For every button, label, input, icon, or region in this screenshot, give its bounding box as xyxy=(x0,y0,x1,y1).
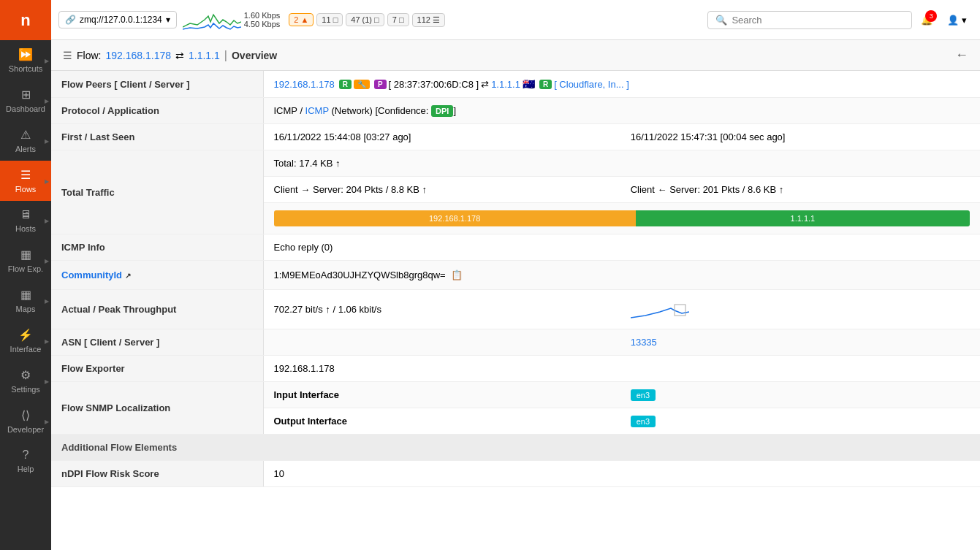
flow-exporter-value: 192.168.1.178 xyxy=(263,356,980,382)
hosts-count-badge[interactable]: 11 □ xyxy=(316,13,343,26)
protocol-row: Protocol / Application ICMP / ICMP (Netw… xyxy=(51,98,980,124)
help-icon: ? xyxy=(23,448,29,462)
traffic-down: 4.50 Kbps xyxy=(244,20,281,28)
chevron-icon: ▶ xyxy=(45,257,49,264)
cloudflare-link[interactable]: [ Cloudflare, In... ] xyxy=(554,79,629,90)
peer-cell: 192.168.1.178 R 🔧 P [ 28:37:37:00:6D:C8 … xyxy=(274,78,970,90)
separator: | xyxy=(224,49,227,62)
user-menu-button[interactable]: 👤 ▾ xyxy=(941,12,973,28)
total-traffic-label: Total Traffic xyxy=(51,150,263,234)
devices-badge[interactable]: 7 □ xyxy=(387,13,409,26)
flow-peers-label: Flow Peers [ Client / Server ] xyxy=(51,71,263,98)
svg-rect-0 xyxy=(675,305,685,316)
client-to-server: Client → Server: 204 Pkts / 8.8 KB ↑ xyxy=(263,177,620,203)
sidebar-logo: n xyxy=(0,0,51,40)
first-last-label: First / Last Seen xyxy=(51,124,263,150)
traffic-bar: 192.168.1.178 1.1.1.1 xyxy=(274,210,970,226)
topbar: 🔗 zmq://127.0.0.1:1234 ▾ 1.60 Kbps 4.50 … xyxy=(51,0,980,40)
sidebar-item-flows[interactable]: ☰ Flows ▶ xyxy=(0,161,51,201)
sidebar: n ⏩ Shortcuts ▶ ⊞ Dashboard ▶ ⚠ Alerts ▶… xyxy=(0,0,51,550)
external-link-icon: ↗ xyxy=(125,272,131,280)
sidebar-item-help[interactable]: ? Help xyxy=(0,441,51,481)
badge-p: P xyxy=(374,80,387,89)
p-badge[interactable]: 🔧 xyxy=(354,80,370,89)
flow-table: Flow Peers [ Client / Server ] 192.168.1… xyxy=(51,71,980,487)
sidebar-item-flowexp[interactable]: ▦ Flow Exp. ▶ xyxy=(0,240,51,280)
chevron-icon: ▶ xyxy=(45,378,49,384)
chevron-icon: ▶ xyxy=(45,97,49,104)
copy-button[interactable]: 📋 xyxy=(448,268,466,282)
flows-count-badge[interactable]: 47 (1) □ xyxy=(346,13,384,26)
sidebar-item-alerts[interactable]: ⚠ Alerts ▶ xyxy=(0,121,51,161)
output-interface-badge[interactable]: en3 xyxy=(631,416,656,427)
src-ip-link[interactable]: 192.168.1.178 xyxy=(105,50,171,61)
search-box[interactable]: 🔍 xyxy=(707,11,912,29)
total-traffic-row: Total Traffic Total: 17.4 KB ↑ xyxy=(51,150,980,177)
community-value: 1:M9EMEoAd30UJHZYQWSlb8grg8qw= 📋 xyxy=(263,261,980,290)
connection-button[interactable]: 🔗 zmq://127.0.0.1:1234 ▾ xyxy=(58,11,177,28)
additional-elements-label: Additional Flow Elements xyxy=(51,435,980,461)
sidebar-label-shortcuts: Shortcuts xyxy=(9,64,42,73)
breadcrumb-bar: ☰ Flow: 192.168.1.178 ⇄ 1.1.1.1 | Overvi… xyxy=(51,40,980,71)
traffic-graph: 1.60 Kbps 4.50 Kbps xyxy=(183,9,281,31)
flowexp-icon: ▦ xyxy=(20,248,31,261)
sidebar-item-maps[interactable]: ▦ Maps ▶ xyxy=(0,280,51,321)
shortcuts-icon: ⏩ xyxy=(18,47,33,61)
dst-ip-link[interactable]: 1.1.1.1 xyxy=(189,50,220,61)
traffic-values: 1.60 Kbps 4.50 Kbps xyxy=(244,11,281,28)
asn-server: 13335 xyxy=(620,329,980,356)
sidebar-item-developer[interactable]: ⟨⟩ Developer ▶ xyxy=(0,401,51,441)
interface-icon: ⚡ xyxy=(18,328,33,342)
asn-row: ASN [ Client / Server ] 13335 xyxy=(51,329,980,356)
notifications-button[interactable]: 🔔 3 xyxy=(918,12,935,28)
chevron-icon: ▶ xyxy=(45,218,49,224)
badge-group: 2 ▲ 11 □ 47 (1) □ 7 □ 112 ☰ xyxy=(289,13,445,27)
protocol-link[interactable]: ICMP xyxy=(305,105,329,116)
flow-exporter-row: Flow Exporter 192.168.1.178 xyxy=(51,356,980,382)
alerts-badge[interactable]: 2 ▲ xyxy=(289,13,314,26)
server-to-client: Client ← Server: 201 Pkts / 8.6 KB ↑ xyxy=(620,177,980,203)
sidebar-label-settings: Settings xyxy=(11,385,40,394)
sidebar-label-maps: Maps xyxy=(16,305,36,313)
arrows-icon: ⇄ xyxy=(175,50,184,61)
client-bar: 192.168.1.178 xyxy=(274,210,636,226)
client-r-badge: R xyxy=(339,80,352,89)
community-label: CommunityId ↗ xyxy=(51,261,263,290)
alerts-icon: ⚠ xyxy=(20,128,31,142)
ndpi-value: 10 xyxy=(263,461,980,487)
dashboard-icon: ⊞ xyxy=(21,88,31,102)
snmp-row: Flow SNMP Localization Input Interface e… xyxy=(51,382,980,408)
first-last-seen-row: First / Last Seen 16/11/2022 15:44:08 [0… xyxy=(51,124,980,150)
sidebar-item-dashboard[interactable]: ⊞ Dashboard ▶ xyxy=(0,80,51,121)
chevron-icon: ▶ xyxy=(45,177,49,184)
main-content: 🔗 zmq://127.0.0.1:1234 ▾ 1.60 Kbps 4.50 … xyxy=(51,0,980,550)
last-seen-value: 16/11/2022 15:47:31 [00:04 sec ago] xyxy=(620,124,980,150)
flow-exporter-label: Flow Exporter xyxy=(51,356,263,382)
flow-label: Flow: xyxy=(77,50,101,61)
sidebar-item-interface[interactable]: ⚡ Interface ▶ xyxy=(0,321,51,361)
sidebar-label-developer: Developer xyxy=(7,425,44,434)
community-link[interactable]: CommunityId xyxy=(61,270,122,280)
asn-link[interactable]: 13335 xyxy=(631,337,657,348)
confidence-label: Confidence: xyxy=(378,105,428,116)
input-interface-badge[interactable]: en3 xyxy=(631,389,656,401)
sidebar-label-help: Help xyxy=(18,465,34,473)
client-ip-link[interactable]: 192.168.1.178 xyxy=(274,79,335,90)
first-seen-value: 16/11/2022 15:44:08 [03:27 ago] xyxy=(263,124,620,150)
sidebar-item-hosts[interactable]: 🖥 Hosts ▶ xyxy=(0,201,51,240)
chevron-icon: ▶ xyxy=(45,297,49,304)
total-value: Total: 17.4 KB ↑ xyxy=(263,150,980,177)
sidebar-label-flows: Flows xyxy=(15,185,37,194)
chevron-icon: ▶ xyxy=(45,57,49,64)
search-input[interactable] xyxy=(732,15,904,26)
sidebar-item-settings[interactable]: ⚙ Settings ▶ xyxy=(0,361,51,401)
sidebar-item-shortcuts[interactable]: ⏩ Shortcuts ▶ xyxy=(0,40,51,80)
back-button[interactable]: ← xyxy=(955,47,968,63)
server-ip-link[interactable]: 1.1.1.1 xyxy=(491,79,520,90)
flag-icon: 🇦🇺 xyxy=(523,78,535,90)
sidebar-label-interface: Interface xyxy=(10,345,42,354)
settings-icon: ⚙ xyxy=(20,368,31,382)
other-badge[interactable]: 112 ☰ xyxy=(412,13,445,27)
developer-icon: ⟨⟩ xyxy=(21,408,30,422)
throughput-chart-svg xyxy=(631,297,689,319)
